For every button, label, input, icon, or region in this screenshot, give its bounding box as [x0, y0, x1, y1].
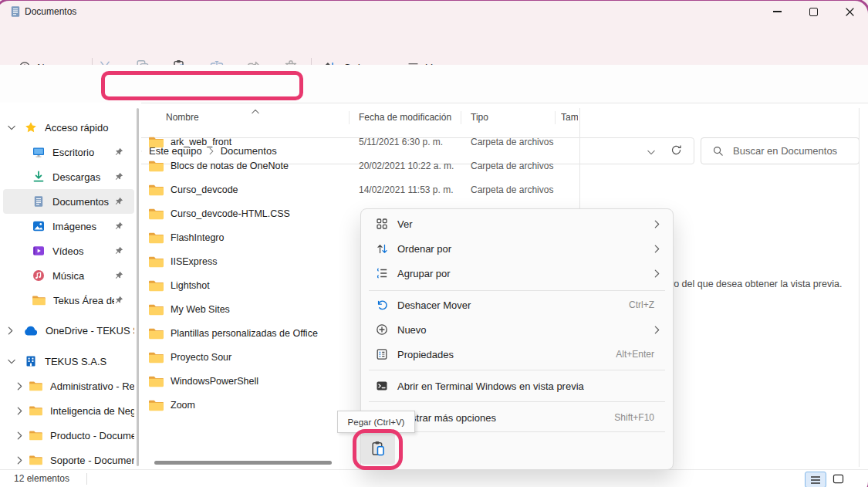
sidebar-item-tekus-org[interactable]: TEKUS S.A.S [3, 349, 134, 374]
sidebar-item-onedrive[interactable]: OneDrive - TEKUS S.A [3, 318, 134, 343]
pin-icon [114, 246, 123, 255]
details-view-button[interactable] [805, 472, 826, 487]
minimize-button[interactable] [759, 0, 795, 23]
sidebar-item-producto[interactable]: Producto - Docume [3, 423, 134, 448]
large-icons-view-icon [833, 474, 844, 484]
search-input[interactable] [731, 144, 850, 157]
folder-icon [29, 380, 42, 391]
download-icon [32, 171, 45, 183]
column-divider[interactable] [349, 111, 350, 124]
file-row-curso-devcode[interactable]: Curso_devcode 14/02/2021 11:53 p. m. Car… [143, 178, 576, 201]
chevron-right-icon[interactable] [17, 407, 22, 415]
star-icon [25, 121, 37, 134]
file-row-ark-web-front[interactable]: ark_web_front 5/11/2021 6:30 p. m. Carpe… [143, 130, 576, 154]
file-explorer-window: Documentos Nuevo Ordenar Ver [0, 0, 868, 487]
maximize-button[interactable] [795, 0, 831, 23]
sidebar-item-documents[interactable]: Documentos [3, 189, 134, 214]
folder-icon [149, 136, 164, 148]
status-bar: 12 elementos [0, 469, 868, 487]
window-title: Documentos [25, 0, 76, 23]
menu-item-nuevo[interactable]: Nuevo [364, 317, 670, 342]
sidebar-item-label: Acceso rápido [45, 122, 134, 134]
large-icons-view-button[interactable] [828, 472, 848, 486]
sidebar-item-label: TEKUS S.A.S [45, 356, 134, 367]
document-icon [32, 195, 45, 208]
file-name: My Web Sites [171, 304, 230, 315]
sidebar-item-downloads[interactable]: Descargas [3, 164, 134, 189]
file-row-onenote[interactable]: Blocs de notas de OneNote 20/02/2021 10:… [143, 154, 576, 178]
file-date: 14/02/2021 11:53 p. m. [359, 184, 454, 195]
menu-item-ver[interactable]: Ver [364, 211, 670, 236]
menu-item-ordenar-por[interactable]: Ordenar por [364, 236, 670, 261]
refresh-button[interactable] [670, 144, 682, 159]
chevron-down-icon[interactable] [8, 359, 15, 364]
menu-item-label: Abrir en Terminal Windows en vista previ… [397, 380, 670, 392]
submenu-chevron-icon [654, 220, 660, 228]
close-icon [846, 8, 854, 16]
menu-item-propiedades[interactable]: Propiedades Alt+Enter [364, 342, 670, 367]
column-header-name[interactable]: Nombre [166, 108, 199, 127]
menu-item-deshacer-mover[interactable]: Deshacer Mover Ctrl+Z [364, 293, 670, 317]
chevron-right-icon[interactable] [17, 456, 22, 465]
file-name: IISExpress [171, 256, 217, 267]
sidebar-item-desktop[interactable]: Escritorio [3, 140, 134, 164]
menu-item-agrupar-por[interactable]: Agrupar por [364, 261, 670, 286]
sidebar-item-administrativo[interactable]: Administrativo - Rer [3, 374, 134, 398]
menu-item-abrir-terminal[interactable]: Abrir en Terminal Windows en vista previ… [364, 374, 670, 398]
menu-item-shortcut: Ctrl+Z [629, 299, 654, 310]
sort-ascending-icon [252, 109, 259, 114]
chevron-right-icon[interactable] [17, 382, 22, 391]
file-type: Carpeta de archivos [471, 184, 553, 195]
sidebar-item-label: OneDrive - TEKUS S.A [46, 325, 134, 337]
menu-item-label: Deshacer Mover [397, 299, 629, 311]
column-header-size[interactable]: Tam [561, 108, 578, 127]
properties-icon [376, 348, 388, 360]
address-dropdown-button[interactable] [647, 144, 655, 158]
file-date: 20/02/2021 10:22 a. m. [359, 161, 454, 171]
sidebar-item-inteligencia[interactable]: Inteligencia de Nego [3, 398, 134, 423]
menu-item-label: Ver [397, 218, 654, 230]
preview-pane-right-border [859, 108, 860, 467]
file-type: Carpeta de archivos [471, 161, 553, 171]
sidebar-item-label: Administrativo - Rer [50, 380, 134, 392]
navigation-bar: Este equipo Documentos [0, 65, 868, 103]
sidebar-item-music[interactable]: Música [3, 263, 134, 288]
close-button[interactable] [832, 0, 867, 23]
sidebar-scrollbar[interactable] [137, 108, 139, 466]
pin-icon [114, 147, 123, 157]
column-header-modified[interactable]: Fecha de modificación [359, 108, 451, 127]
folder-icon [149, 255, 164, 268]
menu-item-label: Agrupar por [397, 268, 654, 279]
chevron-right-icon[interactable] [8, 326, 13, 335]
file-name: Zoom [171, 400, 195, 411]
pin-icon [114, 222, 123, 231]
chevron-right-icon[interactable] [17, 431, 22, 440]
column-header-type[interactable]: Tipo [471, 108, 488, 127]
sidebar-item-videos[interactable]: Vídeos [3, 238, 134, 263]
context-menu-paste-button[interactable] [361, 433, 395, 465]
horizontal-scrollbar[interactable] [154, 461, 332, 465]
sidebar-item-quick-access[interactable]: Acceso rápido [3, 115, 134, 140]
sidebar-item-pictures[interactable]: Imágenes [3, 214, 134, 238]
menu-divider [369, 370, 665, 370]
menu-item-shortcut: Alt+Enter [616, 349, 654, 360]
organization-icon [25, 355, 37, 367]
folder-icon [149, 303, 164, 316]
documents-icon [9, 5, 22, 18]
desktop-icon [32, 146, 45, 158]
onedrive-cloud-icon [23, 326, 38, 336]
folder-icon [149, 184, 164, 196]
search-icon [712, 145, 724, 157]
column-divider[interactable] [555, 111, 556, 124]
column-divider[interactable] [461, 111, 461, 124]
navigation-pane: Acceso rápido Escritorio Descargas Docum… [0, 103, 141, 469]
submenu-chevron-icon [654, 269, 660, 278]
search-box[interactable] [701, 137, 860, 164]
folder-icon [149, 208, 164, 220]
file-name: Lightshot [171, 280, 210, 291]
sidebar-item-tekus-area[interactable]: Tekus Área de Pro [3, 288, 134, 313]
submenu-chevron-icon [654, 326, 660, 334]
sidebar-item-label: Inteligencia de Nego [50, 405, 134, 417]
chevron-down-icon[interactable] [8, 125, 15, 130]
folder-icon [32, 295, 46, 306]
